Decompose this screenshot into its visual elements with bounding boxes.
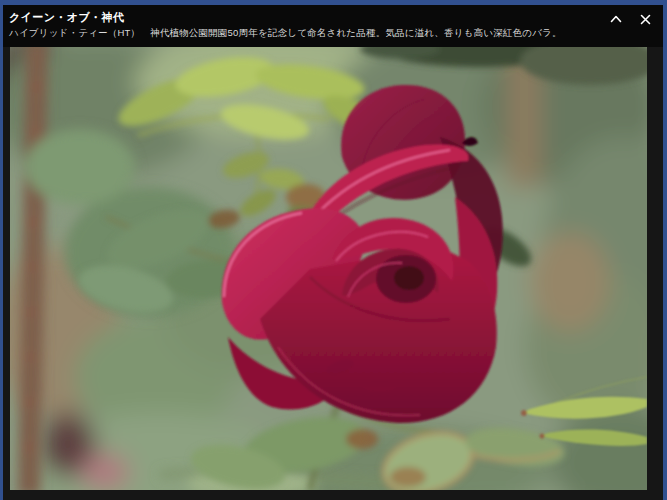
viewer-description: ハイブリッド・ティー（HT） 神代植物公園開園50周年を記念して命名された品種。…: [9, 27, 562, 40]
chevron-up-icon: [610, 15, 622, 23]
viewer-header: クイーン・オブ・神代 ハイブリッド・ティー（HT） 神代植物公園開園50周年を記…: [3, 5, 663, 47]
collapse-button[interactable]: [606, 9, 626, 29]
viewer-controls: [606, 9, 655, 29]
image-viewer-panel: クイーン・オブ・神代 ハイブリッド・ティー（HT） 神代植物公園開園50周年を記…: [3, 5, 663, 500]
close-button[interactable]: [635, 9, 655, 29]
viewer-title: クイーン・オブ・神代: [9, 10, 124, 25]
close-icon: [640, 14, 651, 25]
page-background: クイーン・オブ・神代 ハイブリッド・ティー（HT） 神代植物公園開園50周年を記…: [0, 0, 667, 500]
photo-area: [10, 47, 647, 490]
rose-photo: [10, 47, 647, 490]
